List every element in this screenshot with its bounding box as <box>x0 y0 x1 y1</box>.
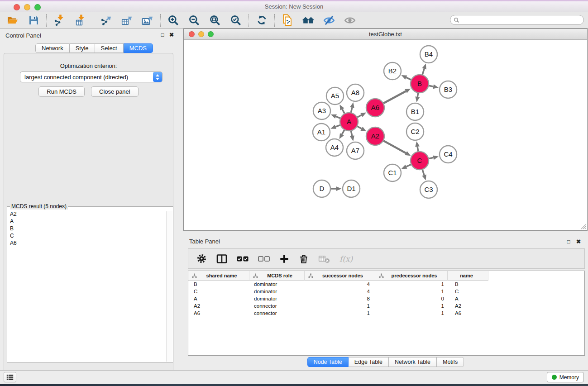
memory-button[interactable]: Memory <box>547 372 584 382</box>
tab-edge-table[interactable]: Edge Table <box>349 357 389 367</box>
graph-edge[interactable] <box>330 125 340 129</box>
graph-edge[interactable] <box>402 164 411 169</box>
graph-node[interactable]: B <box>411 75 429 93</box>
graph-edge[interactable] <box>415 141 420 152</box>
result-scrollbar[interactable] <box>166 211 172 362</box>
column-header[interactable]: MCDS role <box>249 271 305 281</box>
search-field[interactable] <box>450 15 584 25</box>
add-column-button[interactable] <box>279 254 289 264</box>
close-panel-icon[interactable]: ✖ <box>168 32 175 38</box>
save-session-button[interactable] <box>27 14 40 27</box>
graph-edge[interactable] <box>357 126 367 131</box>
graph-node[interactable]: B4 <box>420 46 437 63</box>
select-all-button[interactable] <box>237 256 249 262</box>
run-mcds-button[interactable]: Run MCDS <box>38 86 85 97</box>
zoom-out-button[interactable] <box>188 14 201 27</box>
float-table-panel-icon[interactable]: □ <box>565 238 572 245</box>
export-image-button[interactable] <box>141 14 154 27</box>
graph-edge[interactable] <box>383 141 411 156</box>
graph-node[interactable]: A8 <box>347 84 364 101</box>
tab-network-table[interactable]: Network Table <box>389 357 437 367</box>
tab-select[interactable]: Select <box>95 43 124 53</box>
graph-node[interactable]: D1 <box>343 180 360 197</box>
tab-network[interactable]: Network <box>35 43 70 53</box>
graph-node[interactable]: A3 <box>313 102 330 119</box>
graph-edge[interactable] <box>330 186 342 191</box>
zoom-selected-button[interactable] <box>229 14 242 27</box>
network-window-titlebar[interactable]: testGlobe.txt <box>184 29 587 40</box>
close-panel-button[interactable]: Close panel <box>91 86 139 97</box>
graph-node[interactable]: A4 <box>326 139 343 156</box>
mcds-result-item[interactable]: A6 <box>7 239 166 247</box>
zoom-in-button[interactable] <box>167 14 180 27</box>
graph-node[interactable]: B2 <box>384 62 401 80</box>
table-row[interactable]: Bdominator41B <box>188 281 584 288</box>
new-network-from-selection-button[interactable] <box>281 14 294 27</box>
graph-edge[interactable] <box>422 169 426 180</box>
split-panel-button[interactable] <box>216 254 227 264</box>
export-network-button[interactable] <box>100 14 112 27</box>
delete-column-button[interactable] <box>299 253 309 264</box>
graph-edge[interactable] <box>429 84 439 89</box>
column-header[interactable]: successor nodes <box>305 271 375 281</box>
graph-node[interactable]: C1 <box>384 164 401 181</box>
graph-edge[interactable] <box>331 114 340 119</box>
table-settings-button[interactable] <box>196 253 207 264</box>
column-header[interactable]: predecessor nodes <box>375 271 448 281</box>
close-table-panel-icon[interactable]: ✖ <box>575 238 582 245</box>
table-row[interactable]: A2connector11A2 <box>188 302 584 310</box>
table-row[interactable]: A6connector11A6 <box>188 310 584 317</box>
mcds-result-item[interactable]: C <box>7 232 166 239</box>
tab-style[interactable]: Style <box>70 43 95 53</box>
graph-edge[interactable] <box>357 113 367 118</box>
mcds-result-item[interactable]: B <box>7 225 166 232</box>
graph-node[interactable]: B3 <box>440 81 457 98</box>
graph-node[interactable]: B1 <box>406 103 424 120</box>
task-history-button[interactable] <box>4 372 16 382</box>
table-row[interactable]: Adominator80A <box>188 295 584 302</box>
tab-mcds[interactable]: MCDS <box>124 43 153 53</box>
export-table-button[interactable] <box>120 14 133 27</box>
graph-node[interactable]: A5 <box>326 87 344 105</box>
graph-node[interactable]: C <box>411 152 429 170</box>
graph-node[interactable]: C3 <box>420 181 437 198</box>
import-network-button[interactable] <box>53 14 66 27</box>
table-row[interactable]: Cdominator41C <box>188 288 584 295</box>
refresh-button[interactable] <box>255 14 268 27</box>
tab-motifs[interactable]: Motifs <box>437 357 464 367</box>
criterion-dropdown[interactable]: largest connected component (directed) <box>20 71 163 82</box>
hide-graphics-details-button[interactable] <box>323 14 335 27</box>
graph-edge[interactable] <box>415 93 420 102</box>
graph-edge[interactable] <box>339 129 345 139</box>
delete-table-button[interactable] <box>318 254 330 263</box>
graph-edge[interactable] <box>429 155 439 160</box>
function-builder-button[interactable]: f(x) <box>339 254 353 263</box>
open-session-button[interactable] <box>6 14 19 27</box>
graph-edge[interactable] <box>350 131 354 141</box>
search-input[interactable] <box>461 15 583 24</box>
graph-node[interactable]: D <box>313 180 330 197</box>
graph-edge[interactable] <box>422 64 426 75</box>
import-table-button[interactable] <box>74 14 86 27</box>
tab-node-table[interactable]: Node Table <box>307 357 349 367</box>
graph-edge[interactable] <box>350 102 354 113</box>
graph-node[interactable]: C4 <box>440 146 457 163</box>
graph-node[interactable]: A1 <box>313 124 330 141</box>
graph-node[interactable]: A7 <box>347 142 364 159</box>
graph-node[interactable]: C2 <box>406 123 424 140</box>
network-canvas[interactable]: B4B2BB3A8A5A6B1A3AC2A1A2A4A7C4CC1DD1C3 <box>184 40 587 230</box>
resize-grip[interactable] <box>580 223 586 229</box>
graph-edge[interactable] <box>401 75 411 80</box>
mcds-result-item[interactable]: A2 <box>7 210 166 218</box>
mcds-result-item[interactable]: A <box>7 218 166 225</box>
graph-edge[interactable] <box>383 89 411 104</box>
graph-node[interactable]: A6 <box>366 99 384 117</box>
column-header[interactable]: name <box>448 271 488 281</box>
home-button[interactable] <box>302 14 315 27</box>
float-panel-icon[interactable]: □ <box>159 32 166 38</box>
column-header[interactable]: shared name <box>188 271 249 281</box>
zoom-fit-button[interactable] <box>209 14 221 27</box>
show-graphics-details-button[interactable] <box>344 14 356 27</box>
graph-node[interactable]: A2 <box>366 127 384 145</box>
graph-node[interactable]: A <box>340 113 358 131</box>
